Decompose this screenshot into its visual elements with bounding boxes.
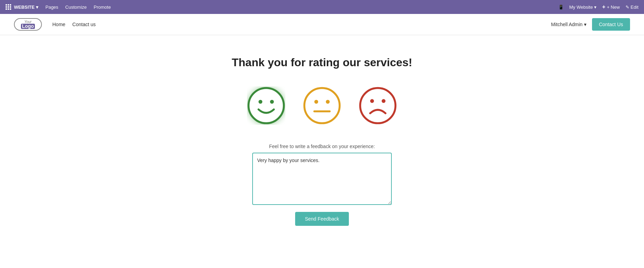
svg-point-8 bbox=[370, 99, 374, 103]
admin-bar: WEBSITE ▾ Pages Customize Promote 📱 My W… bbox=[0, 0, 644, 14]
svg-point-1 bbox=[259, 100, 262, 104]
website-label: WEBSITE bbox=[14, 5, 35, 10]
plus-icon: + bbox=[602, 4, 605, 10]
nav-home[interactable]: Home bbox=[52, 22, 65, 27]
site-header: Your Logo Home Contact us Mitchell Admin… bbox=[0, 14, 644, 35]
website-menu[interactable]: WEBSITE ▾ bbox=[6, 4, 38, 10]
contact-us-button[interactable]: Contact Us bbox=[592, 18, 630, 31]
happy-face[interactable] bbox=[247, 86, 285, 126]
nav-links: Home Contact us bbox=[52, 22, 96, 27]
site-header-right: Mitchell Admin ▾ Contact Us bbox=[551, 18, 630, 31]
customize-menu[interactable]: Customize bbox=[65, 5, 87, 10]
svg-point-7 bbox=[360, 88, 395, 123]
feedback-label: Feel free to write a feedback on your ex… bbox=[269, 144, 375, 149]
logo-text: Your Logo bbox=[21, 20, 35, 29]
pages-menu[interactable]: Pages bbox=[45, 5, 58, 10]
svg-point-9 bbox=[382, 99, 385, 103]
chevron-down-icon: ▾ bbox=[36, 5, 38, 10]
chevron-down-icon: ▾ bbox=[594, 5, 597, 10]
logo-logo: Logo bbox=[21, 24, 35, 29]
svg-point-3 bbox=[304, 88, 339, 123]
chevron-down-icon: ▾ bbox=[584, 22, 586, 27]
mobile-icon[interactable]: 📱 bbox=[558, 5, 564, 10]
faces-row bbox=[247, 86, 397, 126]
logo: Your Logo bbox=[14, 18, 42, 31]
promote-menu[interactable]: Promote bbox=[94, 5, 111, 10]
sad-face[interactable] bbox=[359, 86, 397, 126]
admin-user[interactable]: Mitchell Admin ▾ bbox=[551, 22, 586, 27]
pencil-icon: ✎ bbox=[626, 5, 629, 10]
grid-icon bbox=[6, 4, 11, 10]
svg-point-5 bbox=[326, 100, 330, 104]
svg-point-4 bbox=[314, 100, 318, 104]
new-button[interactable]: + + New bbox=[602, 4, 620, 10]
svg-point-2 bbox=[270, 100, 274, 104]
admin-bar-right: 📱 My Website ▾ + + New ✎ Edit bbox=[558, 4, 638, 10]
site-header-left: Your Logo Home Contact us bbox=[14, 18, 96, 31]
main-content: Thank you for rating our services! bbox=[0, 35, 644, 240]
send-feedback-button[interactable]: Send Feedback bbox=[295, 212, 349, 226]
my-website-menu[interactable]: My Website ▾ bbox=[569, 5, 597, 10]
feedback-textarea[interactable] bbox=[252, 153, 392, 205]
edit-label: Edit bbox=[631, 5, 638, 10]
nav-contact-us[interactable]: Contact us bbox=[72, 22, 96, 27]
admin-bar-left: WEBSITE ▾ Pages Customize Promote bbox=[6, 4, 111, 10]
edit-button[interactable]: ✎ Edit bbox=[626, 5, 638, 10]
svg-point-0 bbox=[248, 88, 284, 123]
thank-you-title: Thank you for rating our services! bbox=[232, 56, 412, 69]
neutral-face[interactable] bbox=[303, 86, 341, 126]
